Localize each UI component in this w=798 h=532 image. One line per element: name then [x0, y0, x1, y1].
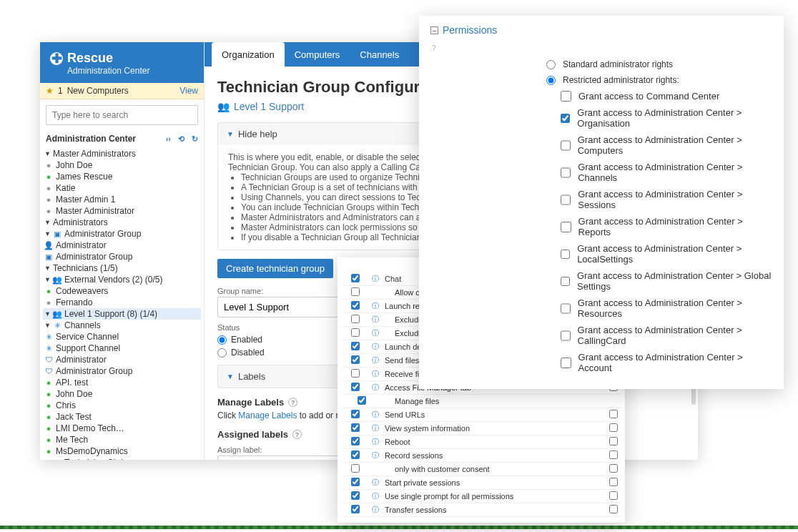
- tree-administrator[interactable]: 👤Administrator: [43, 240, 201, 251]
- tperm-enable-checkbox[interactable]: [358, 396, 366, 405]
- perm-check-1[interactable]: Grant access to Administration Center > …: [561, 104, 772, 132]
- info-icon[interactable]: ⓘ: [372, 478, 379, 486]
- tree-administrators[interactable]: ▼Administrators: [43, 217, 201, 228]
- tperm-enable-checkbox[interactable]: [351, 383, 360, 391]
- back-icon[interactable]: ⟲: [178, 134, 184, 144]
- perm-restricted[interactable]: Restricted administrator rights:: [546, 72, 772, 88]
- tree-tech-chris[interactable]: ▼★Technician Chris: [43, 457, 201, 460]
- tperm-enable-checkbox[interactable]: [351, 274, 360, 282]
- refresh-icon[interactable]: ↻: [192, 134, 198, 144]
- perm-check-1-checkbox[interactable]: [561, 113, 570, 124]
- info-icon[interactable]: ⓘ: [372, 329, 379, 337]
- tree-api-test[interactable]: ●API. test: [43, 377, 201, 388]
- tree-master-admins[interactable]: ▼Master Administrators: [43, 148, 201, 159]
- tree-john-doe2[interactable]: ●John Doe: [43, 388, 201, 400]
- tperm-enable-checkbox[interactable]: [351, 287, 360, 296]
- perm-check-10[interactable]: Grant access to Administration Center > …: [561, 349, 772, 376]
- perm-check-7-checkbox[interactable]: [561, 276, 570, 287]
- perm-check-4[interactable]: Grant access to Administration Center > …: [561, 186, 772, 213]
- tree-admin-group[interactable]: ▼▣Administrator Group: [43, 228, 201, 240]
- tree-technicians[interactable]: ▼Technicians (1/5): [43, 262, 201, 274]
- perm-check-10-checkbox[interactable]: [561, 358, 571, 368]
- create-technician-group-button[interactable]: Create technician group: [217, 259, 333, 278]
- permissions-header[interactable]: – Permissions: [430, 21, 772, 43]
- info-icon[interactable]: ⓘ: [372, 451, 379, 459]
- info-icon[interactable]: ⓘ: [372, 424, 379, 432]
- info-icon[interactable]: ⓘ: [372, 506, 379, 513]
- tree-jack-test[interactable]: ●Jack Test: [43, 411, 201, 423]
- info-icon[interactable]: ⓘ: [372, 356, 379, 364]
- tperm-enable-checkbox[interactable]: [351, 505, 360, 513]
- tperm-lock-checkbox[interactable]: [609, 505, 618, 513]
- tperm-enable-checkbox[interactable]: [351, 437, 360, 445]
- perm-check-5-checkbox[interactable]: [561, 222, 571, 232]
- manage-labels-link[interactable]: Manage Labels: [238, 410, 297, 420]
- next-icon[interactable]: ››: [166, 134, 171, 144]
- tree-fernando[interactable]: ●Fernando: [43, 297, 201, 308]
- tperm-enable-checkbox[interactable]: [351, 369, 360, 378]
- perm-check-6[interactable]: Grant access to Administration Center > …: [561, 240, 772, 267]
- tperm-enable-checkbox[interactable]: [351, 478, 360, 486]
- perm-check-0[interactable]: Grant access to Command Center: [561, 88, 772, 104]
- perm-check-3[interactable]: Grant access to Administration Center > …: [561, 159, 772, 186]
- tperm-enable-checkbox[interactable]: [351, 464, 360, 473]
- tperm-enable-checkbox[interactable]: [351, 423, 360, 432]
- view-link[interactable]: View: [179, 86, 198, 96]
- status-enabled-radio[interactable]: [217, 335, 227, 345]
- help-icon[interactable]: ?: [288, 398, 297, 407]
- tperm-enable-checkbox[interactable]: [351, 342, 360, 350]
- tree-user-katie[interactable]: ●Katie: [43, 182, 201, 194]
- perm-check-8[interactable]: Grant access to Administration Center > …: [561, 295, 772, 322]
- tperm-enable-checkbox[interactable]: [351, 315, 360, 323]
- help-icon[interactable]: ?: [292, 430, 302, 439]
- tperm-enable-checkbox[interactable]: [351, 301, 360, 310]
- tperm-lock-checkbox[interactable]: [609, 423, 618, 432]
- info-icon[interactable]: ⓘ: [372, 492, 379, 500]
- tree-support-channel[interactable]: ✳Support Channel: [43, 343, 201, 354]
- perm-check-0-checkbox[interactable]: [561, 91, 571, 102]
- tperm-lock-checkbox[interactable]: [609, 410, 618, 418]
- tree-level1-support[interactable]: ▼👥Level 1 Support (8) (1/4): [43, 308, 201, 320]
- tree-user-master-administrator[interactable]: ●Master Administrator: [43, 205, 201, 217]
- tree-admin-group3[interactable]: 🛡Administrator Group: [43, 365, 201, 377]
- tree-lmi-demo[interactable]: ●LMI Demo Tech…: [43, 423, 201, 434]
- tree-me-tech[interactable]: ●Me Tech: [43, 434, 201, 445]
- tperm-enable-checkbox[interactable]: [351, 410, 360, 418]
- tab-computers[interactable]: Computers: [285, 42, 350, 66]
- tab-organization[interactable]: Organization: [212, 42, 285, 66]
- tree-msdemo[interactable]: ●MsDemoDynamics: [43, 445, 201, 457]
- info-icon[interactable]: ⓘ: [372, 343, 379, 350]
- info-icon[interactable]: ⓘ: [372, 410, 379, 418]
- info-icon[interactable]: ⓘ: [372, 315, 379, 323]
- search-input[interactable]: [46, 105, 198, 125]
- tree-admin-group2[interactable]: ▣Administrator Group: [43, 251, 201, 262]
- tperm-lock-checkbox[interactable]: [609, 491, 618, 500]
- tab-channels[interactable]: Channels: [350, 42, 409, 66]
- perm-standard-radio[interactable]: [546, 60, 556, 69]
- status-disabled-radio[interactable]: [217, 348, 227, 358]
- info-icon[interactable]: ⓘ: [372, 370, 379, 378]
- perm-restricted-radio[interactable]: [546, 76, 556, 85]
- tree-ext-vendors[interactable]: ▼👥External Vendors (2) (0/5): [43, 274, 201, 285]
- perm-check-2-checkbox[interactable]: [561, 140, 571, 151]
- perm-check-5[interactable]: Grant access to Administration Center > …: [561, 213, 772, 240]
- perm-check-4-checkbox[interactable]: [561, 194, 571, 205]
- tperm-enable-checkbox[interactable]: [351, 491, 360, 500]
- perm-check-8-checkbox[interactable]: [561, 303, 571, 314]
- info-icon[interactable]: ⓘ: [372, 275, 379, 282]
- tperm-enable-checkbox[interactable]: [351, 355, 360, 364]
- tree-codeweavers[interactable]: ●Codeweavers: [43, 285, 201, 297]
- perm-check-6-checkbox[interactable]: [561, 249, 570, 260]
- perm-check-3-checkbox[interactable]: [561, 167, 571, 178]
- info-icon[interactable]: ⓘ: [372, 383, 379, 391]
- tree-user-master-admin1[interactable]: ●Master Admin 1: [43, 194, 201, 205]
- tree-chris[interactable]: ●Chris: [43, 400, 201, 411]
- info-icon[interactable]: ⓘ: [372, 302, 379, 310]
- perm-check-9-checkbox[interactable]: [561, 330, 571, 341]
- permissions-help-icon[interactable]: ?: [432, 44, 772, 52]
- tperm-enable-checkbox[interactable]: [351, 328, 360, 337]
- info-icon[interactable]: ⓘ: [372, 438, 379, 445]
- tree-channels[interactable]: ▼✳Channels: [43, 320, 201, 331]
- perm-check-7[interactable]: Grant access to Administration Center > …: [561, 267, 772, 295]
- perm-standard[interactable]: Standard administrator rights: [546, 56, 772, 72]
